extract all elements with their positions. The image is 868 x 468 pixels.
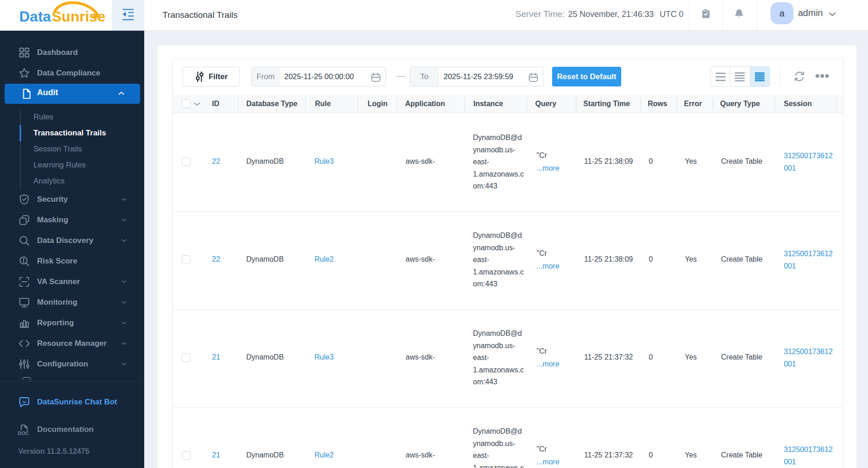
- svg-text:Sunrise: Sunrise: [52, 8, 105, 25]
- svg-text:Data: Data: [19, 8, 51, 25]
